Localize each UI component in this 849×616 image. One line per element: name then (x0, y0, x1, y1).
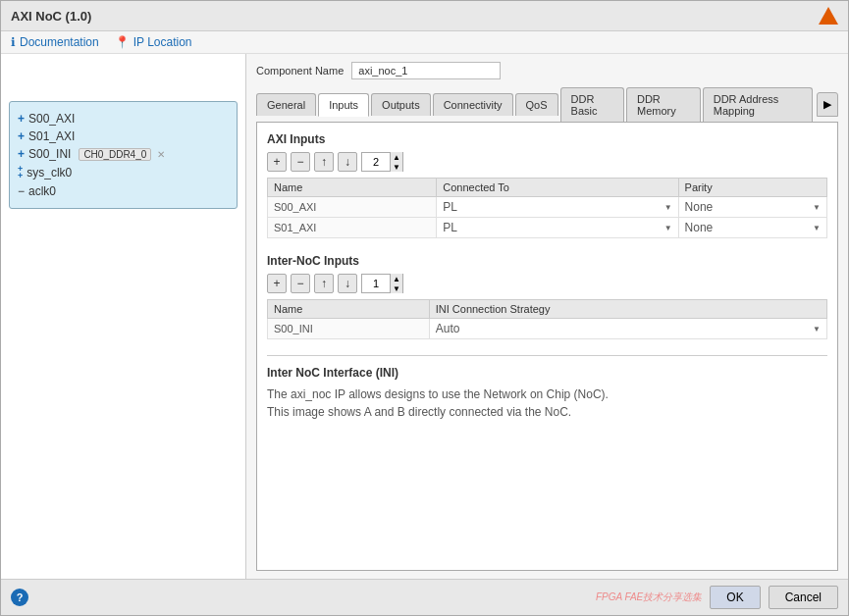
s00-ini-strategy-cell[interactable]: Auto ▼ (429, 319, 826, 339)
help-button[interactable]: ? (11, 589, 28, 606)
ini-description-text-line2: This image shows A and B directly connec… (267, 405, 571, 419)
axi-inputs-table: Name Connected To Parity S00_AXI PL (267, 178, 827, 238)
table-row: S00_INI Auto ▼ (268, 319, 827, 339)
name-column-header: Name (268, 179, 437, 197)
ini-interface-title: Inter NoC Interface (INI) (267, 366, 827, 380)
spinner-up-arrow[interactable]: ▲ (391, 274, 402, 283)
ip-location-menu-item[interactable]: 📍 IP Location (115, 35, 192, 49)
list-item: + S00_AXI (18, 110, 229, 128)
up-ini-button[interactable]: ↑ (314, 274, 334, 293)
content-area: + S00_AXI + S01_AXI + S00_INI CH0_DDR4_0… (1, 54, 848, 579)
main-window: AXI NoC (1.0) ℹ Documentation 📍 IP Locat… (0, 0, 849, 616)
component-name-input[interactable] (351, 62, 501, 79)
menu-bar: ℹ Documentation 📍 IP Location (1, 31, 848, 54)
parity-column-header: Parity (678, 179, 826, 197)
axi-inputs-toolbar: + − ↑ ↓ 2 ▲ ▼ (267, 152, 827, 172)
location-icon: 📍 (115, 35, 130, 49)
chevron-down-icon: ▼ (664, 203, 672, 212)
tab-content: AXI Inputs + − ↑ ↓ 2 ▲ ▼ (256, 123, 838, 571)
s01-axi-name-cell: S01_AXI (268, 218, 437, 238)
double-plus-icon: + + (18, 165, 23, 180)
cancel-button[interactable]: Cancel (769, 586, 838, 609)
tab-qos[interactable]: QoS (515, 93, 558, 116)
ini-interface-description: The axi_noc IP allows designs to use the… (267, 385, 827, 421)
tabs-bar: General Inputs Outputs Connectivity QoS … (256, 87, 838, 123)
ch0-ddr4-badge: CH0_DDR4_0 (79, 148, 151, 161)
s01-axi-parity-cell[interactable]: None ▼ (678, 218, 826, 238)
spinner-up-arrow[interactable]: ▲ (391, 152, 402, 162)
plus-icon: + (18, 147, 25, 161)
ini-inputs-table: Name INI Connection Strategy S00_INI Aut… (267, 299, 827, 339)
ini-interface-section: Inter NoC Interface (INI) The axi_noc IP… (267, 355, 827, 421)
down-ini-button[interactable]: ↓ (338, 274, 357, 293)
minus-icon: − (18, 184, 25, 198)
sys-clk0-label: sys_clk0 (27, 166, 72, 180)
component-diagram: + S00_AXI + S01_AXI + S00_INI CH0_DDR4_0… (9, 101, 238, 209)
spinner-arrows: ▲ ▼ (390, 274, 402, 293)
ini-count-spinner[interactable]: 1 ▲ ▼ (361, 274, 403, 293)
s00-connected-value: PL (443, 200, 457, 214)
spinner-arrows: ▲ ▼ (390, 152, 402, 172)
info-icon: ℹ (11, 35, 16, 49)
aclk0-label: aclk0 (28, 184, 56, 198)
tab-general[interactable]: General (256, 93, 316, 116)
tab-more-button[interactable]: ▶ (817, 92, 838, 117)
window-title: AXI NoC (1.0) (11, 9, 91, 24)
axi-inputs-section: AXI Inputs + − ↑ ↓ 2 ▲ ▼ (267, 132, 827, 238)
s01-axi-connected-cell[interactable]: PL ▼ (437, 218, 678, 238)
up-axi-button[interactable]: ↑ (314, 152, 334, 172)
s01-parity-value: None (685, 221, 714, 234)
remove-ini-button[interactable]: − (291, 274, 310, 293)
s01-axi-label: S01_AXI (28, 129, 75, 143)
tab-ddr-basic[interactable]: DDR Basic (560, 87, 624, 122)
axi-count-input[interactable]: 2 (362, 153, 390, 171)
s00-axi-label: S00_AXI (28, 112, 75, 126)
add-axi-button[interactable]: + (267, 152, 287, 172)
spinner-down-arrow[interactable]: ▼ (391, 162, 402, 172)
close-icon[interactable]: ✕ (157, 149, 165, 160)
axi-count-spinner[interactable]: 2 ▲ ▼ (361, 152, 403, 172)
spinner-down-arrow[interactable]: ▼ (391, 283, 402, 293)
down-axi-button[interactable]: ↓ (338, 152, 357, 172)
chevron-down-icon: ▼ (813, 224, 821, 232)
tab-ddr-memory[interactable]: DDR Memory (626, 87, 701, 122)
s00-axi-parity-cell[interactable]: None ▼ (678, 197, 826, 218)
component-name-label: Component Name (256, 65, 344, 77)
bottom-buttons: FPGA FAE技术分享选集 OK Cancel (596, 586, 838, 609)
axi-inputs-title: AXI Inputs (267, 132, 827, 146)
documentation-label: Documentation (20, 35, 99, 49)
list-item: + S01_AXI (18, 128, 229, 145)
ini-description-text-line1: The axi_noc IP allows designs to use the… (267, 387, 609, 401)
ini-inputs-title: Inter-NoC Inputs (267, 254, 827, 268)
ini-count-input[interactable]: 1 (362, 275, 390, 292)
bottom-bar: ? FPGA FAE技术分享选集 OK Cancel (1, 579, 848, 615)
s00-ini-strategy-value: Auto (436, 322, 460, 335)
tab-ddr-address-mapping[interactable]: DDR Address Mapping (703, 87, 813, 122)
tab-connectivity[interactable]: Connectivity (433, 93, 513, 116)
ip-location-label: IP Location (133, 35, 192, 49)
table-row: S01_AXI PL ▼ None (268, 218, 827, 238)
ini-inputs-toolbar: + − ↑ ↓ 1 ▲ ▼ (267, 274, 827, 293)
plus-icon: + (18, 129, 25, 143)
component-name-row: Component Name (256, 62, 838, 79)
s00-axi-connected-cell[interactable]: PL ▼ (437, 197, 678, 218)
plus-icon: + (18, 112, 25, 126)
ini-strategy-column-header: INI Connection Strategy (429, 300, 826, 319)
ok-button[interactable]: OK (710, 586, 760, 609)
logo-icon (819, 7, 838, 25)
list-item: + + sys_clk0 (18, 163, 229, 182)
s00-ini-label: S00_INI (28, 147, 71, 161)
documentation-menu-item[interactable]: ℹ Documentation (11, 35, 99, 49)
table-row: S00_AXI PL ▼ None (268, 197, 827, 218)
chevron-down-icon: ▼ (813, 203, 821, 212)
s00-parity-value: None (685, 200, 714, 214)
tab-outputs[interactable]: Outputs (371, 93, 431, 116)
tab-inputs[interactable]: Inputs (318, 93, 369, 117)
chevron-down-icon: ▼ (664, 224, 672, 232)
s00-axi-name-cell: S00_AXI (268, 197, 437, 218)
remove-axi-button[interactable]: − (291, 152, 310, 172)
title-bar: AXI NoC (1.0) (1, 1, 848, 31)
connected-to-column-header: Connected To (437, 179, 678, 197)
chevron-down-icon: ▼ (813, 325, 821, 334)
add-ini-button[interactable]: + (267, 274, 287, 293)
